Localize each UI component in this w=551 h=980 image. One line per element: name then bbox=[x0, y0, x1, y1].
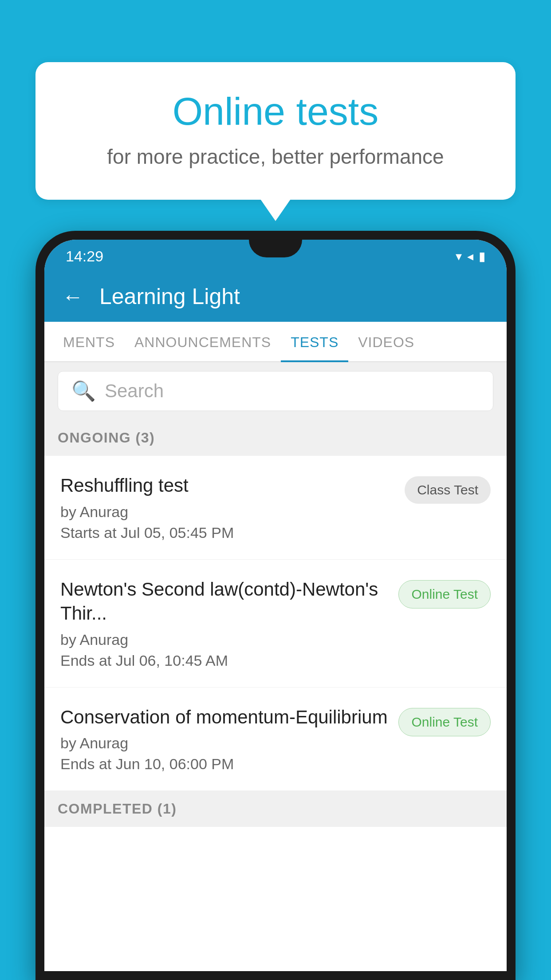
status-bar: 14:29 ▾ ◂ ▮ bbox=[44, 240, 507, 271]
signal-icon: ◂ bbox=[467, 249, 473, 264]
completed-section-header: COMPLETED (1) bbox=[44, 791, 507, 827]
app-bar: ← Learning Light bbox=[44, 271, 507, 322]
status-icons: ▾ ◂ ▮ bbox=[456, 249, 485, 264]
search-input[interactable]: Search bbox=[105, 380, 164, 402]
test-name-reshuffling: Reshuffling test bbox=[60, 474, 396, 498]
search-container: 🔍 Search bbox=[44, 362, 507, 420]
test-badge-conservation: Online Test bbox=[398, 708, 491, 736]
app-title: Learning Light bbox=[99, 284, 240, 309]
tabs-bar: MENTS ANNOUNCEMENTS TESTS VIDEOS bbox=[44, 322, 507, 362]
test-author-conservation: by Anurag bbox=[60, 735, 390, 752]
test-info-newton: Newton's Second law(contd)-Newton's Thir… bbox=[60, 577, 390, 669]
test-date-newton: Ends at Jul 06, 10:45 AM bbox=[60, 652, 390, 669]
test-author-reshuffling: by Anurag bbox=[60, 503, 396, 521]
ongoing-label: ONGOING (3) bbox=[58, 430, 155, 446]
test-name-conservation: Conservation of momentum-Equilibrium bbox=[60, 705, 390, 730]
search-icon: 🔍 bbox=[71, 379, 96, 403]
test-badge-reshuffling: Class Test bbox=[405, 476, 491, 504]
test-badge-newton: Online Test bbox=[398, 580, 491, 609]
phone-screen: 14:29 ▾ ◂ ▮ ← Learning Light MENTS ANNOU… bbox=[44, 240, 507, 971]
test-author-newton: by Anurag bbox=[60, 631, 390, 648]
test-info-conservation: Conservation of momentum-Equilibrium by … bbox=[60, 705, 390, 773]
back-button[interactable]: ← bbox=[62, 285, 83, 309]
test-item-reshuffling[interactable]: Reshuffling test by Anurag Starts at Jul… bbox=[44, 456, 507, 560]
status-time: 14:29 bbox=[66, 248, 103, 265]
test-info-reshuffling: Reshuffling test by Anurag Starts at Jul… bbox=[60, 474, 396, 541]
bubble-title: Online tests bbox=[71, 89, 480, 134]
tab-ments[interactable]: MENTS bbox=[53, 322, 125, 361]
tab-videos[interactable]: VIDEOS bbox=[348, 322, 424, 361]
phone-frame: 14:29 ▾ ◂ ▮ ← Learning Light MENTS ANNOU… bbox=[35, 231, 516, 980]
bubble-subtitle: for more practice, better performance bbox=[71, 145, 480, 169]
test-date-reshuffling: Starts at Jul 05, 05:45 PM bbox=[60, 524, 396, 541]
test-name-newton: Newton's Second law(contd)-Newton's Thir… bbox=[60, 577, 390, 626]
test-item-conservation[interactable]: Conservation of momentum-Equilibrium by … bbox=[44, 688, 507, 791]
battery-icon: ▮ bbox=[479, 249, 485, 264]
test-item-newton[interactable]: Newton's Second law(contd)-Newton's Thir… bbox=[44, 560, 507, 688]
promo-bubble: Online tests for more practice, better p… bbox=[35, 62, 516, 200]
wifi-icon: ▾ bbox=[456, 249, 462, 264]
test-date-conservation: Ends at Jun 10, 06:00 PM bbox=[60, 755, 390, 773]
completed-label: COMPLETED (1) bbox=[58, 801, 177, 817]
tab-announcements[interactable]: ANNOUNCEMENTS bbox=[125, 322, 281, 361]
ongoing-section-header: ONGOING (3) bbox=[44, 420, 507, 456]
tab-tests[interactable]: TESTS bbox=[281, 322, 348, 361]
tests-list: Reshuffling test by Anurag Starts at Jul… bbox=[44, 456, 507, 971]
search-bar[interactable]: 🔍 Search bbox=[58, 371, 493, 411]
